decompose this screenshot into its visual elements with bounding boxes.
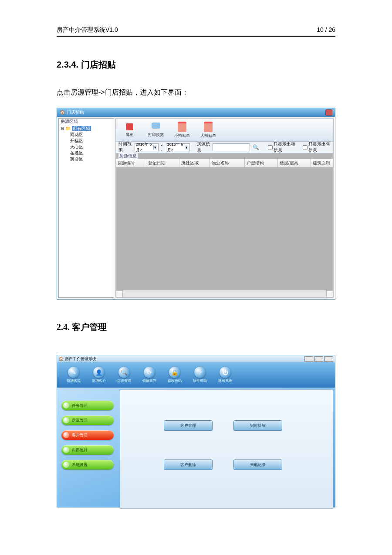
col-size[interactable]: 建筑面积 [311, 159, 333, 167]
big-poster-button[interactable]: 大招贴单 [199, 120, 217, 140]
scrollbar-h[interactable] [116, 290, 333, 297]
small-poster-button[interactable]: 小招贴单 [173, 120, 191, 140]
top-help[interactable]: ?软件帮助 [193, 367, 207, 383]
print-button[interactable]: 打印预览 [147, 120, 165, 140]
top-new-client[interactable]: 👤新增客户 [92, 367, 106, 383]
grid: 房源信息 房源编号 登记日期 所处区域 物业名称 户型结构 楼层/层高 建筑面积 [115, 153, 334, 298]
col-id[interactable]: 房源编号 [116, 159, 146, 167]
date-to[interactable]: 2016年 6月2▾ [166, 143, 190, 151]
top-new-listing[interactable]: ✎新增房源 [67, 367, 81, 383]
export-button[interactable]: 导出 [121, 120, 139, 140]
filter-bar: 时间范围 2016年 5月2▾ -- 2016年 6月2▾ 房源信息 🔍 只显示… [115, 142, 334, 153]
nav-listing[interactable]: 房源管理 [61, 415, 114, 425]
btn-client-delete[interactable]: 客户删除 [164, 460, 213, 470]
top-password[interactable]: 🔒修改密码 [168, 367, 182, 383]
info-input[interactable] [213, 143, 250, 151]
nav-client[interactable]: 客户管理 [61, 430, 114, 440]
top-lock[interactable]: ⟳锁屏离开 [142, 367, 156, 383]
col-date[interactable]: 登记日期 [146, 159, 179, 167]
para-1: 点击房源管理->门店招贴，进入如下界面： [57, 88, 335, 97]
date-from[interactable]: 2016年 5月2▾ [135, 143, 159, 151]
nav-task[interactable]: 任务管理 [61, 401, 114, 410]
nav-stats[interactable]: 内部统计 [61, 445, 114, 455]
col-floor[interactable]: 楼层/层高 [278, 159, 311, 167]
doc-header-right: 10 / 26 [317, 26, 335, 34]
close-icon[interactable] [325, 109, 332, 116]
btn-client-manage[interactable]: 客户管理 [164, 420, 213, 431]
max-icon[interactable] [314, 356, 323, 362]
range-sep: -- [161, 143, 163, 152]
col-layout[interactable]: 户型结构 [245, 159, 278, 167]
app-icon: 🏠 [60, 108, 65, 117]
tree-item[interactable]: 芙蓉区 [70, 156, 112, 162]
btn-call-log[interactable]: 来电记录 [233, 460, 282, 470]
min-icon[interactable] [304, 356, 313, 362]
left-nav: 任务管理 房源管理 客户管理 内部统计 系统设置 [57, 388, 118, 511]
tree-root[interactable]: ⊟ 📁 所有区域 [61, 126, 112, 132]
tree-panel: 房源区域 ⊟ 📁 所有区域 雨花区 开福区 天心区 岳麓区 芙蓉区 [58, 118, 114, 298]
tree-item[interactable]: 岳麓区 [70, 150, 112, 156]
top-search[interactable]: 🔍房源查询 [117, 367, 131, 383]
col-name[interactable]: 物业名称 [210, 159, 245, 167]
tree-item[interactable]: 天心区 [70, 144, 112, 150]
search-icon[interactable]: 🔍 [253, 144, 259, 150]
window-store-poster: 🏠门店招贴 房源区域 ⊟ 📁 所有区域 雨花区 开福区 天心区 岳麓区 芙蓉区 … [57, 108, 335, 300]
btn-remind[interactable]: 到时提醒 [233, 420, 282, 431]
doc-header-left: 房产中介管理系统V1.0 [57, 26, 118, 34]
grid-legend: 房源信息 [118, 153, 138, 159]
nav-settings[interactable]: 系统设置 [61, 460, 114, 470]
center-panel: 客户管理 到时提醒 客户删除 来电记录 [120, 389, 333, 509]
tree-legend: 房源区域 [59, 119, 114, 125]
toolbar: 导出 打印预览 小招贴单 大招贴单 [115, 118, 334, 142]
window-title: 门店招贴 [67, 108, 84, 117]
tree-item[interactable]: 雨花区 [70, 132, 112, 138]
tree-item[interactable]: 开福区 [70, 138, 112, 144]
top-dock: ✎新增房源 👤新增客户 🔍房源查询 ⟳锁屏离开 🔒修改密码 ?软件帮助 ⏻退出系… [57, 362, 335, 388]
section-234: 2.3.4. 门店招贴 [57, 59, 335, 71]
close-icon[interactable] [324, 356, 333, 362]
chk-sale[interactable]: 只显示出售信息 [303, 141, 331, 153]
info-label: 房源信息 [197, 141, 210, 153]
range-label: 时间范围 [118, 141, 132, 153]
chk-rent[interactable]: 只显示出租信息 [268, 141, 296, 153]
col-area[interactable]: 所处区域 [179, 159, 210, 167]
section-24: 2.4. 客户管理 [57, 321, 335, 333]
main-title: 🏠 房产中介管理系统 [59, 356, 96, 362]
top-exit[interactable]: ⏻退出系统 [218, 367, 232, 383]
window-main: 🏠 房产中介管理系统 ✎新增房源 👤新增客户 🔍房源查询 ⟳锁屏离开 🔒修改密码… [57, 355, 335, 507]
